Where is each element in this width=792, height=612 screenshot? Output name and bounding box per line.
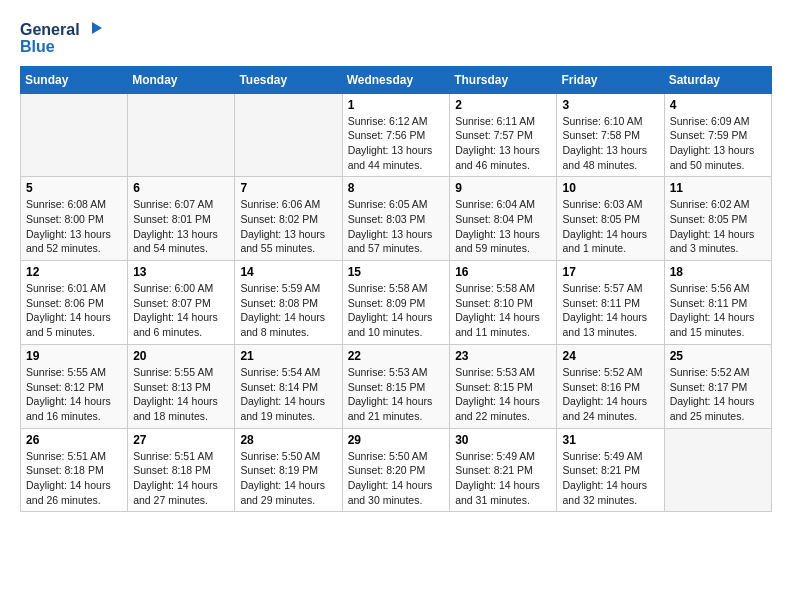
weekday-header-tuesday: Tuesday [235, 66, 342, 93]
calendar-day-cell: 27Sunrise: 5:51 AMSunset: 8:18 PMDayligh… [128, 428, 235, 512]
weekday-header-wednesday: Wednesday [342, 66, 450, 93]
calendar-week-row: 12Sunrise: 6:01 AMSunset: 8:06 PMDayligh… [21, 261, 772, 345]
day-info: Sunrise: 6:10 AMSunset: 7:58 PMDaylight:… [562, 114, 658, 173]
calendar-day-cell: 31Sunrise: 5:49 AMSunset: 8:21 PMDayligh… [557, 428, 664, 512]
day-info: Sunrise: 5:49 AMSunset: 8:21 PMDaylight:… [455, 449, 551, 508]
calendar-week-row: 19Sunrise: 5:55 AMSunset: 8:12 PMDayligh… [21, 344, 772, 428]
day-info: Sunrise: 5:55 AMSunset: 8:12 PMDaylight:… [26, 365, 122, 424]
calendar-day-cell: 3Sunrise: 6:10 AMSunset: 7:58 PMDaylight… [557, 93, 664, 177]
day-number: 16 [455, 265, 551, 279]
day-info: Sunrise: 6:00 AMSunset: 8:07 PMDaylight:… [133, 281, 229, 340]
calendar-day-cell: 18Sunrise: 5:56 AMSunset: 8:11 PMDayligh… [664, 261, 771, 345]
day-number: 12 [26, 265, 122, 279]
calendar-day-cell: 22Sunrise: 5:53 AMSunset: 8:15 PMDayligh… [342, 344, 450, 428]
calendar-day-cell: 4Sunrise: 6:09 AMSunset: 7:59 PMDaylight… [664, 93, 771, 177]
day-info: Sunrise: 5:51 AMSunset: 8:18 PMDaylight:… [26, 449, 122, 508]
day-info: Sunrise: 5:58 AMSunset: 8:10 PMDaylight:… [455, 281, 551, 340]
day-number: 23 [455, 349, 551, 363]
day-info: Sunrise: 5:53 AMSunset: 8:15 PMDaylight:… [348, 365, 445, 424]
day-info: Sunrise: 5:51 AMSunset: 8:18 PMDaylight:… [133, 449, 229, 508]
day-info: Sunrise: 6:04 AMSunset: 8:04 PMDaylight:… [455, 197, 551, 256]
calendar-day-cell: 5Sunrise: 6:08 AMSunset: 8:00 PMDaylight… [21, 177, 128, 261]
calendar-day-cell [128, 93, 235, 177]
calendar-week-row: 5Sunrise: 6:08 AMSunset: 8:00 PMDaylight… [21, 177, 772, 261]
day-number: 4 [670, 98, 766, 112]
calendar-day-cell: 29Sunrise: 5:50 AMSunset: 8:20 PMDayligh… [342, 428, 450, 512]
calendar-day-cell: 16Sunrise: 5:58 AMSunset: 8:10 PMDayligh… [450, 261, 557, 345]
day-number: 1 [348, 98, 445, 112]
day-number: 14 [240, 265, 336, 279]
day-info: Sunrise: 5:59 AMSunset: 8:08 PMDaylight:… [240, 281, 336, 340]
calendar-day-cell [664, 428, 771, 512]
page-header: General Blue [20, 20, 772, 56]
calendar-day-cell: 20Sunrise: 5:55 AMSunset: 8:13 PMDayligh… [128, 344, 235, 428]
calendar-day-cell: 19Sunrise: 5:55 AMSunset: 8:12 PMDayligh… [21, 344, 128, 428]
calendar-week-row: 26Sunrise: 5:51 AMSunset: 8:18 PMDayligh… [21, 428, 772, 512]
calendar-day-cell: 17Sunrise: 5:57 AMSunset: 8:11 PMDayligh… [557, 261, 664, 345]
weekday-header-monday: Monday [128, 66, 235, 93]
calendar-day-cell: 26Sunrise: 5:51 AMSunset: 8:18 PMDayligh… [21, 428, 128, 512]
day-number: 19 [26, 349, 122, 363]
day-info: Sunrise: 6:07 AMSunset: 8:01 PMDaylight:… [133, 197, 229, 256]
calendar-body: 1Sunrise: 6:12 AMSunset: 7:56 PMDaylight… [21, 93, 772, 512]
day-info: Sunrise: 5:52 AMSunset: 8:16 PMDaylight:… [562, 365, 658, 424]
calendar-day-cell: 6Sunrise: 6:07 AMSunset: 8:01 PMDaylight… [128, 177, 235, 261]
calendar-day-cell: 9Sunrise: 6:04 AMSunset: 8:04 PMDaylight… [450, 177, 557, 261]
day-info: Sunrise: 5:50 AMSunset: 8:20 PMDaylight:… [348, 449, 445, 508]
day-info: Sunrise: 5:56 AMSunset: 8:11 PMDaylight:… [670, 281, 766, 340]
day-number: 9 [455, 181, 551, 195]
calendar-day-cell: 30Sunrise: 5:49 AMSunset: 8:21 PMDayligh… [450, 428, 557, 512]
weekday-header-row: SundayMondayTuesdayWednesdayThursdayFrid… [21, 66, 772, 93]
day-number: 30 [455, 433, 551, 447]
day-number: 8 [348, 181, 445, 195]
weekday-header-sunday: Sunday [21, 66, 128, 93]
calendar-day-cell: 24Sunrise: 5:52 AMSunset: 8:16 PMDayligh… [557, 344, 664, 428]
day-info: Sunrise: 5:52 AMSunset: 8:17 PMDaylight:… [670, 365, 766, 424]
calendar-day-cell: 2Sunrise: 6:11 AMSunset: 7:57 PMDaylight… [450, 93, 557, 177]
calendar-day-cell: 25Sunrise: 5:52 AMSunset: 8:17 PMDayligh… [664, 344, 771, 428]
day-info: Sunrise: 6:05 AMSunset: 8:03 PMDaylight:… [348, 197, 445, 256]
logo-blue: Blue [20, 38, 55, 56]
day-info: Sunrise: 6:02 AMSunset: 8:05 PMDaylight:… [670, 197, 766, 256]
calendar-day-cell: 13Sunrise: 6:00 AMSunset: 8:07 PMDayligh… [128, 261, 235, 345]
day-number: 6 [133, 181, 229, 195]
calendar-day-cell [235, 93, 342, 177]
day-number: 11 [670, 181, 766, 195]
logo-flag-icon [82, 20, 104, 40]
day-number: 31 [562, 433, 658, 447]
calendar-day-cell [21, 93, 128, 177]
day-number: 10 [562, 181, 658, 195]
day-info: Sunrise: 6:03 AMSunset: 8:05 PMDaylight:… [562, 197, 658, 256]
day-info: Sunrise: 6:08 AMSunset: 8:00 PMDaylight:… [26, 197, 122, 256]
calendar-table: SundayMondayTuesdayWednesdayThursdayFrid… [20, 66, 772, 513]
day-number: 7 [240, 181, 336, 195]
day-number: 26 [26, 433, 122, 447]
day-info: Sunrise: 5:53 AMSunset: 8:15 PMDaylight:… [455, 365, 551, 424]
calendar-day-cell: 11Sunrise: 6:02 AMSunset: 8:05 PMDayligh… [664, 177, 771, 261]
calendar-day-cell: 10Sunrise: 6:03 AMSunset: 8:05 PMDayligh… [557, 177, 664, 261]
day-number: 5 [26, 181, 122, 195]
day-number: 18 [670, 265, 766, 279]
day-number: 25 [670, 349, 766, 363]
day-info: Sunrise: 6:12 AMSunset: 7:56 PMDaylight:… [348, 114, 445, 173]
day-number: 21 [240, 349, 336, 363]
calendar-day-cell: 28Sunrise: 5:50 AMSunset: 8:19 PMDayligh… [235, 428, 342, 512]
logo-general: General [20, 21, 80, 39]
calendar-day-cell: 8Sunrise: 6:05 AMSunset: 8:03 PMDaylight… [342, 177, 450, 261]
day-info: Sunrise: 5:50 AMSunset: 8:19 PMDaylight:… [240, 449, 336, 508]
day-number: 13 [133, 265, 229, 279]
day-number: 27 [133, 433, 229, 447]
day-info: Sunrise: 5:54 AMSunset: 8:14 PMDaylight:… [240, 365, 336, 424]
calendar-day-cell: 12Sunrise: 6:01 AMSunset: 8:06 PMDayligh… [21, 261, 128, 345]
weekday-header-friday: Friday [557, 66, 664, 93]
calendar-day-cell: 7Sunrise: 6:06 AMSunset: 8:02 PMDaylight… [235, 177, 342, 261]
day-info: Sunrise: 6:06 AMSunset: 8:02 PMDaylight:… [240, 197, 336, 256]
day-info: Sunrise: 6:09 AMSunset: 7:59 PMDaylight:… [670, 114, 766, 173]
calendar-day-cell: 23Sunrise: 5:53 AMSunset: 8:15 PMDayligh… [450, 344, 557, 428]
day-info: Sunrise: 5:58 AMSunset: 8:09 PMDaylight:… [348, 281, 445, 340]
day-number: 29 [348, 433, 445, 447]
calendar-day-cell: 14Sunrise: 5:59 AMSunset: 8:08 PMDayligh… [235, 261, 342, 345]
day-number: 2 [455, 98, 551, 112]
calendar-week-row: 1Sunrise: 6:12 AMSunset: 7:56 PMDaylight… [21, 93, 772, 177]
weekday-header-saturday: Saturday [664, 66, 771, 93]
